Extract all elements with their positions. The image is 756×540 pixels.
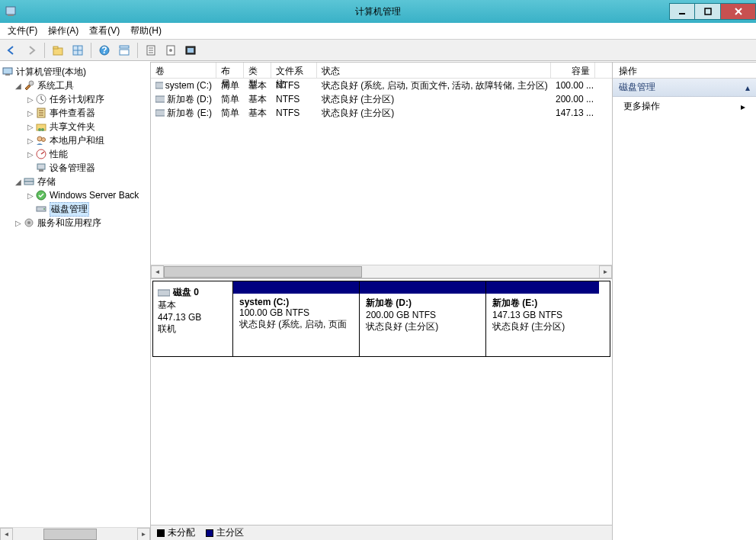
- collapse-icon: ▴: [745, 82, 750, 93]
- view-details-button[interactable]: [116, 42, 133, 59]
- tree-local-users[interactable]: ▷本地用户和组: [26, 133, 149, 147]
- svg-rect-32: [39, 169, 43, 172]
- svg-rect-1: [8, 14, 14, 16]
- back-button[interactable]: [3, 42, 20, 59]
- legend: 未分配 主分区: [151, 525, 612, 540]
- tree-h-scrollbar[interactable]: ◄►: [0, 527, 150, 540]
- expand-icon[interactable]: ▷: [26, 109, 35, 117]
- svg-rect-43: [158, 290, 170, 296]
- up-button[interactable]: [50, 42, 66, 59]
- tree-event-viewer[interactable]: ▷事件查看器: [26, 106, 149, 120]
- col-volume[interactable]: 卷: [151, 63, 216, 78]
- chevron-right-icon: ▸: [741, 101, 745, 112]
- collapse-icon[interactable]: ◢: [14, 82, 23, 90]
- tree-root[interactable]: 计算机管理(本地): [2, 65, 149, 79]
- svg-rect-0: [6, 7, 15, 14]
- disk-icon: [35, 203, 47, 215]
- svg-rect-21: [5, 74, 10, 76]
- svg-point-17: [169, 49, 172, 52]
- toolbar: ?: [0, 40, 756, 61]
- folder-share-icon: [35, 121, 47, 133]
- col-status[interactable]: 状态: [317, 63, 551, 78]
- close-button[interactable]: [721, 3, 756, 20]
- settings-button[interactable]: [162, 42, 179, 59]
- window-controls: [669, 3, 756, 20]
- menu-help[interactable]: 帮助(H): [126, 23, 166, 39]
- svg-rect-19: [187, 48, 194, 53]
- help-button[interactable]: ?: [96, 42, 113, 59]
- window-title: 计算机管理: [355, 5, 401, 18]
- disk-drive-icon: [158, 288, 170, 297]
- users-icon: [35, 134, 47, 146]
- svg-rect-20: [3, 68, 12, 74]
- svg-rect-40: [155, 82, 163, 88]
- collapse-icon[interactable]: ◢: [14, 178, 23, 186]
- computer-icon: [2, 66, 14, 78]
- svg-point-26: [38, 128, 41, 131]
- partition[interactable]: 新加卷 (D:)200.00 GB NTFS状态良好 (主分区): [360, 281, 486, 356]
- actions-more[interactable]: 更多操作 ▸: [613, 97, 756, 116]
- svg-rect-31: [37, 164, 45, 169]
- refresh-button[interactable]: [143, 42, 159, 59]
- minimize-button[interactable]: [669, 3, 695, 20]
- view-large-button[interactable]: [69, 42, 86, 59]
- event-icon: [35, 107, 47, 119]
- perf-icon: [35, 148, 47, 160]
- services-icon: [23, 217, 35, 229]
- expand-icon[interactable]: ▷: [14, 219, 23, 227]
- volume-row[interactable]: system (C:)简单基本NTFS状态良好 (系统, 启动, 页面文件, 活…: [151, 79, 612, 92]
- partition[interactable]: system (C:)100.00 GB NTFS状态良好 (系统, 启动, 页…: [233, 281, 360, 356]
- svg-point-39: [27, 221, 30, 224]
- volume-row[interactable]: 新加卷 (D:)简单基本NTFS状态良好 (主分区)200.00 ...: [151, 92, 612, 106]
- col-fs[interactable]: 文件系统: [271, 63, 317, 78]
- tree-wsb[interactable]: ▷Windows Server Back: [26, 188, 149, 202]
- tree-performance[interactable]: ▷性能: [26, 147, 149, 161]
- expand-icon[interactable]: ▷: [26, 137, 35, 145]
- col-type[interactable]: 类型: [244, 63, 271, 78]
- expand-icon[interactable]: ▷: [26, 123, 35, 131]
- menu-action[interactable]: 操作(A): [43, 23, 83, 39]
- tree-storage[interactable]: ◢ 存储: [14, 175, 149, 188]
- vol-h-scrollbar[interactable]: ◄►: [151, 265, 612, 278]
- partition[interactable]: 新加卷 (E:)147.13 GB NTFS状态良好 (主分区): [486, 281, 599, 356]
- disk-graphic-area: 磁盘 0 基本 447.13 GB 联机 system (C:)100.00 G…: [151, 278, 612, 540]
- tree-pane: 计算机管理(本地) ◢ 系统工具 ▷任务计划程序 ▷事件查看器 ▷共享文件夹 ▷…: [0, 62, 151, 540]
- content-pane: 卷 布局 类型 文件系统 状态 容量 system (C:)简单基本NTFS状态…: [151, 62, 613, 540]
- svg-rect-3: [705, 8, 711, 14]
- forward-button[interactable]: [23, 42, 40, 59]
- menu-view[interactable]: 查看(V): [85, 23, 124, 39]
- tree-services-apps[interactable]: ▷服务和应用程序: [14, 216, 149, 230]
- svg-rect-13: [120, 46, 129, 48]
- tree-disk-mgmt[interactable]: 磁盘管理: [26, 202, 149, 216]
- menu-file[interactable]: 文件(F): [3, 23, 42, 39]
- device-icon: [35, 162, 47, 174]
- app-icon: [5, 5, 17, 18]
- tools-icon: [23, 79, 35, 92]
- actions-pane: 操作 磁盘管理 ▴ 更多操作 ▸: [613, 62, 756, 540]
- volume-row[interactable]: 新加卷 (E:)简单基本NTFS状态良好 (主分区)147.13 ...: [151, 106, 612, 120]
- svg-text:?: ?: [101, 45, 107, 56]
- svg-rect-25: [37, 124, 46, 130]
- svg-point-27: [41, 128, 44, 131]
- svg-point-28: [37, 137, 42, 141]
- expand-icon[interactable]: ▷: [26, 191, 35, 200]
- properties-button[interactable]: [182, 42, 199, 59]
- tree-task-scheduler[interactable]: ▷任务计划程序: [26, 92, 149, 106]
- actions-section[interactable]: 磁盘管理 ▴: [613, 79, 756, 97]
- volume-list: 卷 布局 类型 文件系统 状态 容量 system (C:)简单基本NTFS状态…: [151, 62, 612, 278]
- disk-label[interactable]: 磁盘 0 基本 447.13 GB 联机: [152, 281, 233, 357]
- expand-icon[interactable]: ▷: [26, 150, 35, 159]
- col-layout[interactable]: 布局: [216, 63, 244, 78]
- maximize-button[interactable]: [695, 3, 721, 20]
- expand-icon[interactable]: ▷: [26, 95, 35, 104]
- tree-shared-folders[interactable]: ▷共享文件夹: [26, 120, 149, 133]
- svg-rect-14: [120, 50, 129, 55]
- tree-device-manager[interactable]: 设备管理器: [26, 161, 149, 175]
- svg-rect-34: [24, 182, 34, 185]
- backup-icon: [35, 189, 47, 201]
- tree-system-tools[interactable]: ◢ 系统工具: [14, 79, 149, 92]
- titlebar: 计算机管理: [0, 0, 756, 23]
- col-capacity[interactable]: 容量: [551, 63, 595, 78]
- svg-point-22: [29, 81, 34, 85]
- disk-row[interactable]: 磁盘 0 基本 447.13 GB 联机 system (C:)100.00 G…: [152, 281, 610, 357]
